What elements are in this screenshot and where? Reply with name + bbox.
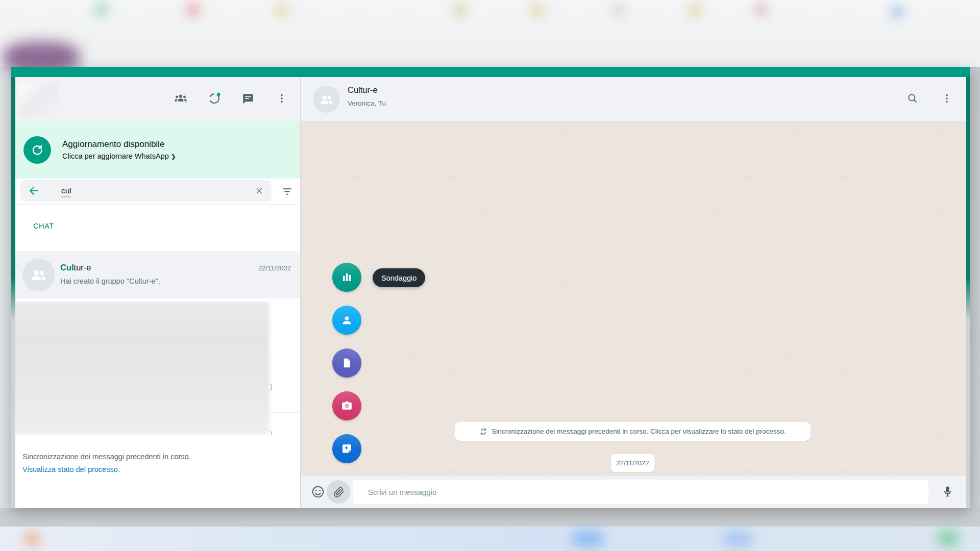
chat-panel: Cultur-e Veronica, Tu bbox=[300, 77, 966, 508]
attach-poll-button[interactable] bbox=[332, 263, 361, 292]
sidebar-sync-status: Sincronizzazione dei messaggi precedenti… bbox=[22, 450, 267, 476]
divider bbox=[269, 343, 300, 343]
chat-body: Sondaggio Sincronizzazione dei messaggi … bbox=[301, 121, 966, 476]
search-row: cul bbox=[15, 179, 300, 204]
group-avatar-icon bbox=[318, 91, 335, 108]
attachment-tooltip: Sondaggio bbox=[373, 268, 425, 287]
new-chat-button[interactable] bbox=[241, 92, 255, 107]
truncated-text: ) bbox=[270, 383, 276, 391]
background-blob bbox=[689, 4, 701, 16]
window-edge-left bbox=[11, 77, 15, 321]
chat-avatar[interactable] bbox=[313, 86, 340, 113]
background-blob bbox=[612, 4, 625, 16]
blurred-chat-rows: ) ) 5 bbox=[15, 301, 300, 435]
chat-title: Cultur-e bbox=[348, 85, 378, 95]
chat-header-actions bbox=[905, 77, 954, 121]
date-chip: 22/11/2022 bbox=[611, 454, 654, 472]
camera-icon bbox=[340, 399, 353, 412]
communities-button[interactable] bbox=[174, 92, 188, 107]
chat-result-date: 22/11/2022 bbox=[258, 264, 291, 272]
background-blob bbox=[454, 4, 467, 16]
sync-banner[interactable]: Sincronizzazione dei messaggi precedenti… bbox=[455, 422, 811, 441]
background-blob bbox=[891, 5, 904, 18]
message-input[interactable] bbox=[353, 480, 928, 504]
divider bbox=[15, 204, 300, 205]
mic-icon[interactable] bbox=[941, 485, 954, 500]
filter-icon[interactable] bbox=[281, 186, 293, 199]
taskbar-blurred bbox=[0, 527, 980, 551]
paperclip-icon bbox=[332, 486, 345, 498]
background-top bbox=[0, 0, 980, 67]
background-blob bbox=[531, 4, 543, 16]
sync-icon bbox=[479, 428, 487, 436]
sidebar: Aggiornamento disponibile Clicca per agg… bbox=[15, 77, 300, 508]
update-banner[interactable]: Aggiornamento disponibile Clicca per agg… bbox=[15, 121, 300, 179]
background-blob bbox=[572, 531, 604, 547]
poll-icon bbox=[340, 270, 354, 284]
desktop: Aggiornamento disponibile Clicca per agg… bbox=[0, 0, 980, 551]
background-blob bbox=[755, 4, 767, 15]
menu-dots-icon bbox=[276, 92, 288, 107]
whatsapp-window: Aggiornamento disponibile Clicca per agg… bbox=[11, 67, 970, 508]
divider bbox=[269, 412, 300, 413]
background-blob bbox=[94, 3, 108, 16]
truncated-text: ) bbox=[270, 430, 276, 435]
chevron-right-icon: ❯ bbox=[171, 153, 176, 160]
chat-search-button[interactable] bbox=[905, 92, 919, 107]
contact-icon bbox=[340, 313, 354, 327]
chat-menu-button[interactable] bbox=[940, 92, 954, 107]
search-query-text: cul bbox=[61, 186, 71, 195]
chat-list-item-culture[interactable]: Cultur-e Hai creato il gruppo "Cultur-e"… bbox=[15, 251, 300, 298]
update-banner-subtitle: Clicca per aggiornare WhatsApp❯ bbox=[62, 151, 176, 162]
background-blob bbox=[937, 530, 959, 547]
composer bbox=[301, 476, 966, 508]
sync-status-text: Sincronizzazione dei messaggi precedenti… bbox=[22, 453, 191, 461]
background-strip bbox=[0, 508, 980, 527]
window-titlebar bbox=[11, 67, 970, 77]
background-blob bbox=[186, 3, 200, 16]
attachment-menu bbox=[332, 263, 361, 476]
document-icon bbox=[340, 357, 353, 369]
chat-result-preview: Hai creato il gruppo "Cultur-e". bbox=[60, 277, 160, 285]
chat-subtitle: Veronica, Tu bbox=[348, 99, 386, 107]
profile-avatar[interactable] bbox=[18, 83, 57, 115]
attach-sticker-button[interactable] bbox=[332, 434, 361, 463]
sidebar-actions bbox=[174, 77, 300, 121]
attach-document-button[interactable] bbox=[332, 348, 361, 378]
attach-contact-button[interactable] bbox=[332, 306, 361, 335]
attach-camera-button[interactable] bbox=[332, 391, 361, 420]
update-banner-text: Aggiornamento disponibile Clicca per agg… bbox=[62, 138, 176, 162]
status-icon bbox=[208, 92, 221, 107]
sync-banner-text: Sincronizzazione dei messaggi precedenti… bbox=[492, 428, 786, 435]
group-avatar-icon bbox=[29, 265, 49, 285]
sidebar-header bbox=[15, 77, 300, 121]
chat-header[interactable]: Cultur-e Veronica, Tu bbox=[301, 77, 966, 121]
emoji-icon[interactable] bbox=[311, 485, 325, 501]
sync-status-link[interactable]: Visualizza stato del processo. bbox=[22, 465, 120, 473]
chat-result-name: Cultur-e bbox=[60, 263, 91, 272]
new-chat-icon bbox=[241, 92, 255, 107]
communities-icon bbox=[174, 91, 188, 108]
section-label-chat: CHAT bbox=[33, 222, 54, 230]
group-avatar bbox=[22, 259, 55, 291]
background-blob bbox=[722, 531, 753, 547]
refresh-icon bbox=[23, 136, 51, 164]
clear-search-icon[interactable] bbox=[254, 186, 264, 196]
window-edge-right bbox=[966, 77, 970, 321]
search-input[interactable]: cul bbox=[20, 180, 272, 202]
sticker-icon bbox=[340, 442, 353, 455]
attach-button[interactable] bbox=[327, 480, 350, 504]
sidebar-menu-button[interactable] bbox=[275, 92, 289, 107]
privacy-blur bbox=[15, 301, 270, 435]
background-blob bbox=[24, 532, 40, 546]
update-banner-title: Aggiornamento disponibile bbox=[62, 138, 176, 151]
status-button[interactable] bbox=[207, 92, 222, 107]
menu-dots-icon bbox=[941, 92, 953, 107]
background-blob bbox=[276, 4, 288, 16]
search-icon bbox=[906, 92, 918, 106]
back-arrow-icon[interactable] bbox=[28, 185, 40, 197]
background-right bbox=[970, 67, 980, 508]
